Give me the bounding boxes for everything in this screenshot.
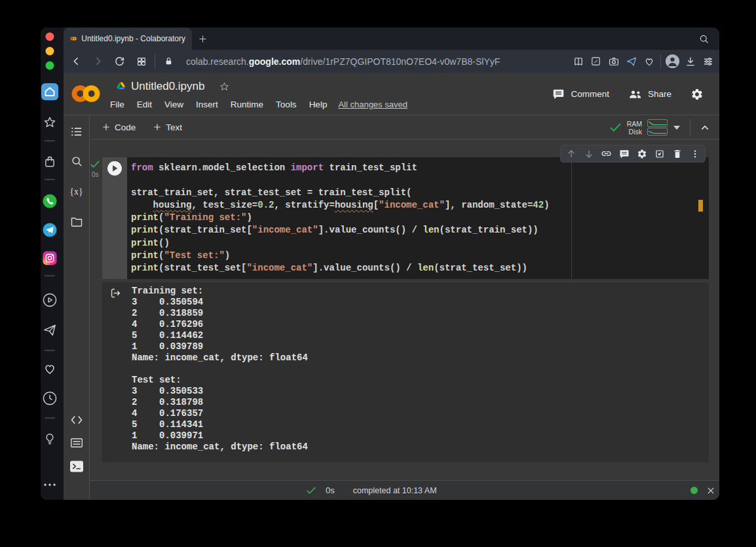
forward-button[interactable]	[87, 50, 109, 73]
sidebar-divider	[45, 179, 55, 180]
drive-icon	[116, 82, 126, 91]
reading-list-icon[interactable]	[569, 50, 587, 73]
cell-exec-time: 0s	[92, 171, 99, 178]
colab-header: Untitled0.ipynb File Edit View Insert Ru…	[64, 73, 719, 115]
back-button[interactable]	[66, 50, 87, 73]
output-icon	[109, 287, 122, 299]
new-tab-button[interactable]	[193, 28, 212, 50]
run-cell-button[interactable]	[107, 161, 122, 176]
column-ruler	[571, 157, 572, 279]
search-icon[interactable]	[70, 155, 83, 168]
disk-label: Disk	[627, 128, 642, 136]
send-app-icon[interactable]	[43, 323, 58, 338]
settings-sliders-icon[interactable]	[699, 50, 717, 73]
clock-app-icon[interactable]	[43, 391, 58, 406]
sidebar-divider	[45, 275, 55, 276]
menu-file[interactable]: File	[110, 100, 124, 109]
overview-warning-marker	[698, 200, 703, 212]
lightbulb-app-icon[interactable]	[43, 432, 57, 447]
ram-label: RAM	[627, 120, 642, 128]
menu-help[interactable]: Help	[309, 100, 328, 109]
delete-cell-icon[interactable]	[668, 145, 686, 162]
cell-executed-check-icon	[90, 160, 100, 168]
menu-bar: File Edit View Insert Runtime Tools Help…	[110, 100, 407, 109]
comment-cell-icon[interactable]	[615, 145, 633, 162]
command-palette-icon[interactable]	[70, 438, 83, 448]
cell-settings-gear-icon[interactable]	[633, 145, 651, 162]
link-cell-icon[interactable]	[597, 145, 615, 162]
edit-icon[interactable]	[587, 50, 605, 73]
profile-avatar[interactable]	[664, 50, 681, 73]
resource-monitor[interactable]: RAMDisk	[609, 115, 710, 140]
toolbar-divider	[690, 119, 690, 136]
resource-sparklines	[647, 119, 668, 136]
notebook-title[interactable]: Untitled0.ipynb	[131, 80, 204, 93]
status-bar: 0s completed at 10:13 AM	[90, 480, 719, 500]
add-text-button[interactable]: Text	[153, 123, 182, 132]
telegram-app-icon[interactable]	[43, 223, 58, 238]
comment-button[interactable]: Comment	[552, 88, 609, 100]
settings-gear-icon[interactable]	[690, 88, 704, 101]
status-exec-time: 0s	[326, 485, 335, 495]
instagram-app-icon[interactable]	[43, 251, 58, 266]
traffic-minimize-button[interactable]	[46, 47, 54, 56]
more-apps-icon[interactable]	[43, 482, 57, 487]
star-app-icon[interactable]	[43, 115, 57, 130]
comment-icon	[552, 88, 565, 100]
home-app-icon[interactable]	[41, 83, 59, 101]
move-cell-up-icon[interactable]	[562, 145, 580, 162]
caret-down-icon[interactable]	[673, 125, 681, 130]
terminal-icon[interactable]	[70, 461, 83, 472]
tab-bar: Untitled0.ipynb - Colaboratory	[64, 28, 719, 50]
menu-view[interactable]: View	[164, 100, 183, 109]
tab-search-icon[interactable]	[694, 28, 713, 50]
more-cell-actions-icon[interactable]	[686, 145, 704, 162]
heart-app-icon[interactable]	[43, 362, 58, 377]
favorite-icon[interactable]	[640, 50, 658, 73]
shopping-bag-app-icon[interactable]	[43, 155, 57, 169]
cell-toolbar	[560, 145, 706, 162]
share-icon	[628, 89, 642, 100]
colab-tab-icon	[70, 35, 77, 43]
files-icon[interactable]	[70, 217, 83, 228]
connected-check-icon	[609, 123, 622, 132]
video-app-icon[interactable]	[43, 293, 58, 308]
tab-title: Untitled0.ipynb - Colaboratory	[81, 34, 185, 43]
menu-runtime[interactable]: Runtime	[231, 100, 263, 109]
menu-insert[interactable]: Insert	[196, 100, 218, 109]
colab-app: Untitled0.ipynb File Edit View Insert Ru…	[64, 73, 719, 500]
url-divider	[660, 54, 661, 69]
share-page-icon[interactable]	[622, 50, 640, 73]
downloads-icon[interactable]	[681, 50, 699, 73]
star-notebook-icon[interactable]	[219, 81, 230, 92]
table-of-contents-icon[interactable]	[70, 126, 83, 137]
code-cell: from sklearn.model_selection import trai…	[102, 157, 709, 279]
move-cell-down-icon[interactable]	[580, 145, 597, 162]
url-text[interactable]: colab.research.google.com/drive/1rPZ7QGI…	[186, 56, 569, 67]
save-status[interactable]: All changes saved	[338, 100, 407, 109]
share-button[interactable]: Share	[628, 89, 671, 100]
status-check-icon	[306, 486, 316, 495]
close-status-icon[interactable]	[706, 486, 715, 495]
colab-sidebar: {x}	[64, 115, 90, 500]
whatsapp-app-icon[interactable]	[43, 194, 58, 209]
notebook-toolbar: Code Text RAMDisk	[90, 115, 719, 140]
browser-tab[interactable]: Untitled0.ipynb - Colaboratory	[64, 28, 192, 50]
collapse-toolbar-icon[interactable]	[700, 123, 710, 133]
code-snippets-icon[interactable]	[70, 415, 83, 424]
apps-grid-button[interactable]	[130, 50, 152, 73]
colab-logo[interactable]	[69, 84, 102, 104]
sidebar-divider	[45, 140, 55, 141]
add-code-button[interactable]: Code	[102, 123, 136, 132]
variables-icon[interactable]: {x}	[69, 187, 83, 197]
camera-icon[interactable]	[605, 50, 622, 73]
menu-tools[interactable]: Tools	[276, 100, 297, 109]
traffic-zoom-button[interactable]	[46, 62, 54, 70]
traffic-close-button[interactable]	[46, 33, 54, 41]
open-in-tab-icon[interactable]	[651, 145, 668, 162]
code-editor[interactable]: from sklearn.model_selection import trai…	[127, 157, 709, 279]
lock-icon[interactable]	[158, 50, 180, 73]
cell-output: Training set: 3 0.350594 2 0.318859 4 0.…	[102, 282, 709, 462]
menu-edit[interactable]: Edit	[137, 100, 152, 109]
reload-button[interactable]	[109, 50, 130, 73]
